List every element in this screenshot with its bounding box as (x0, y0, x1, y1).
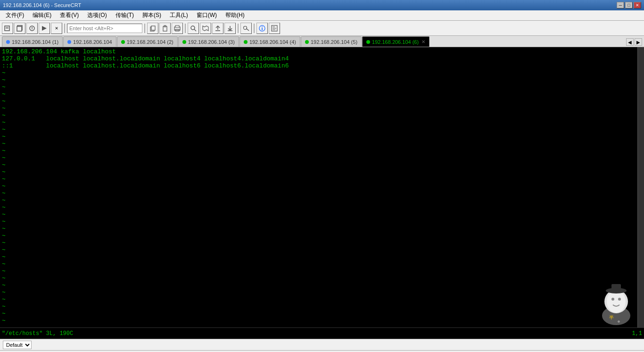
toolbar: ✕ (0, 21, 644, 36)
toolbar-sep-1 (64, 24, 65, 33)
tab-dot-4 (182, 40, 186, 44)
tab-2[interactable]: 192.168.206.104 (63, 36, 116, 47)
terminal-area[interactable]: 192.168.206.104 kafka localhost 127.0.0.… (0, 47, 644, 327)
svg-point-23 (244, 26, 247, 29)
session-dropdown[interactable]: Default (3, 341, 32, 349)
tab-dot-3 (121, 40, 125, 44)
tab-dot-7 (366, 40, 370, 44)
toolbar-btn-3[interactable] (26, 23, 38, 34)
tab-5[interactable]: 192.168.206.104 (4) (239, 36, 300, 47)
tab-4-label: 192.168.206.104 (3) (188, 39, 235, 45)
menu-options[interactable]: 选项(O) (83, 10, 110, 20)
menu-view[interactable]: 查看(V) (56, 10, 83, 20)
toolbar-btn-2[interactable] (14, 23, 25, 34)
svg-point-7 (32, 29, 32, 29)
tab-2-label: 192.168.206.104 (73, 39, 112, 45)
tab-7[interactable]: 192.168.206.104 (6) ✕ (362, 36, 429, 47)
toolbar-btn-4[interactable] (39, 23, 50, 34)
bottom-bar: Default (0, 339, 644, 350)
menu-edit[interactable]: 编辑(E) (29, 10, 55, 20)
tab-5-label: 192.168.206.104 (4) (249, 39, 296, 45)
close-button[interactable]: ✕ (634, 2, 641, 8)
terminal-file-info: "/etc/hosts" 3L, 190C (2, 330, 73, 337)
menu-bar: 文件(F) 编辑(E) 查看(V) 选项(O) 传输(T) 脚本(S) 工具(L… (0, 10, 644, 21)
minimize-button[interactable]: ─ (617, 2, 624, 8)
svg-line-24 (247, 28, 249, 31)
tab-dot-1 (6, 40, 10, 44)
maximize-button[interactable]: □ (625, 2, 633, 8)
toolbar-find[interactable] (188, 23, 199, 34)
status-bar: Ready ssh2: AES-256-CTR 1, 1 44 Rows, 16… (0, 350, 644, 352)
menu-file[interactable]: 文件(F) (2, 10, 28, 20)
tab-scroll-right[interactable]: ▶ (635, 38, 642, 46)
toolbar-map[interactable] (200, 23, 211, 34)
terminal-cursor-pos: 1,1 (632, 330, 642, 337)
svg-rect-12 (164, 25, 166, 27)
tab-scroll-left[interactable]: ◀ (626, 38, 634, 46)
tab-arrows: ◀ ▶ (626, 38, 642, 47)
svg-rect-14 (175, 25, 179, 27)
svg-marker-18 (203, 26, 208, 31)
tab-7-label: 192.168.206.104 (6) (372, 39, 419, 45)
tab-dot-2 (67, 40, 71, 44)
toolbar-btn-5[interactable]: ✕ (51, 23, 62, 34)
tab-3[interactable]: 192.168.206.104 (2) (117, 36, 178, 47)
svg-rect-4 (17, 26, 22, 31)
toolbar-print[interactable] (172, 23, 183, 34)
host-input[interactable] (67, 24, 142, 33)
toolbar-download[interactable] (224, 23, 236, 34)
tab-1-label: 192.168.206.104 (1) (12, 39, 58, 45)
tab-6-label: 192.168.206.104 (5) (311, 39, 357, 45)
toolbar-sep-3 (185, 24, 186, 33)
toolbar-info[interactable] (256, 23, 268, 34)
toolbar-sep-4 (238, 24, 239, 33)
terminal-scrollbar[interactable] (637, 47, 644, 327)
toolbar-sep-5 (254, 24, 255, 33)
svg-point-27 (262, 26, 263, 27)
menu-window[interactable]: 窗口(W) (193, 10, 221, 20)
toolbar-key[interactable] (240, 23, 252, 34)
menu-tools[interactable]: 工具(L) (166, 10, 192, 20)
toolbar-btn-1[interactable] (2, 23, 13, 34)
tab-dot-5 (244, 40, 248, 44)
toolbar-sep-2 (144, 24, 145, 33)
svg-marker-8 (42, 26, 47, 31)
toolbar-paste[interactable] (159, 23, 171, 34)
menu-help[interactable]: 帮助(H) (222, 10, 248, 20)
tab-4[interactable]: 192.168.206.104 (3) (178, 36, 239, 47)
toolbar-script[interactable] (269, 23, 280, 34)
tabs-bar: 192.168.206.104 (1) 192.168.206.104 192.… (0, 36, 644, 47)
menu-script[interactable]: 脚本(S) (139, 10, 165, 20)
terminal-content[interactable]: 192.168.206.104 kafka localhost 127.0.0.… (0, 47, 637, 327)
tab-dot-6 (305, 40, 309, 44)
menu-transfer[interactable]: 传输(T) (112, 10, 138, 20)
tab-6[interactable]: 192.168.206.104 (5) (301, 36, 362, 47)
toolbar-upload[interactable] (212, 23, 223, 34)
svg-rect-10 (151, 26, 155, 30)
terminal-status-bar: "/etc/hosts" 3L, 190C 1,1 (0, 327, 644, 339)
tab-3-label: 192.168.206.104 (2) (127, 39, 173, 45)
title-bar: 192.168.206.104 (6) - SecureCRT ─ □ ✕ (0, 0, 644, 10)
title-bar-controls: ─ □ ✕ (617, 2, 641, 8)
svg-point-16 (191, 26, 195, 30)
title-text: 192.168.206.104 (6) - SecureCRT (3, 2, 81, 8)
tab-close-7[interactable]: ✕ (421, 39, 425, 44)
svg-line-17 (194, 29, 196, 31)
tab-1[interactable]: 192.168.206.104 (1) (2, 36, 63, 47)
toolbar-copy[interactable] (147, 23, 158, 34)
